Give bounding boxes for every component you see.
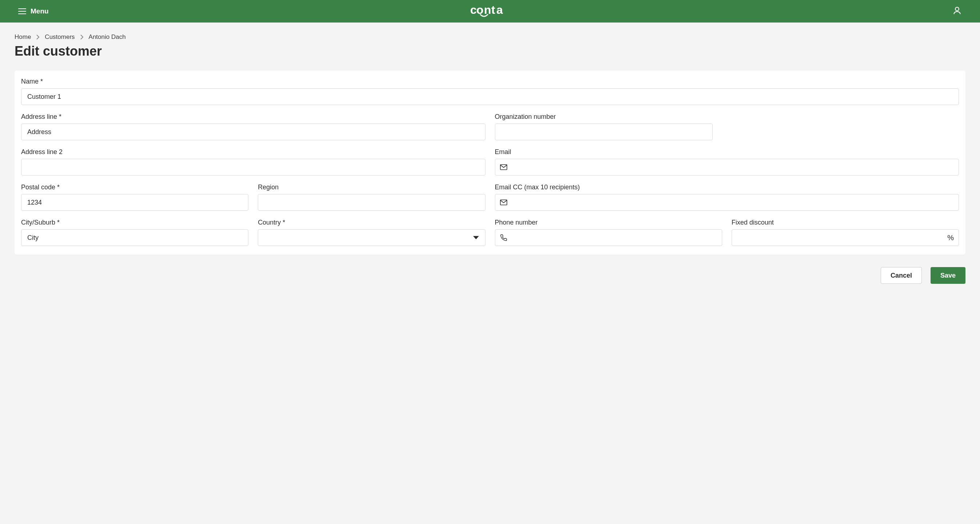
org-number-input[interactable]	[495, 124, 713, 140]
svg-text:t: t	[491, 4, 495, 16]
label-fixed-discount: Fixed discount	[732, 219, 959, 226]
phone-input[interactable]	[495, 229, 722, 246]
breadcrumb-customers[interactable]: Customers	[45, 33, 75, 41]
label-postal-code: Postal code *	[21, 184, 248, 191]
field-email: Email	[495, 148, 959, 176]
save-button[interactable]: Save	[931, 267, 966, 284]
field-postal-code: Postal code *	[21, 184, 248, 211]
label-address-line: Address line *	[21, 113, 485, 121]
address-line-input[interactable]	[21, 124, 485, 140]
label-region: Region	[258, 184, 485, 191]
field-fixed-discount: Fixed discount %	[732, 219, 959, 246]
email-cc-input[interactable]	[495, 194, 959, 211]
user-icon	[952, 6, 962, 15]
svg-point-5	[955, 7, 959, 11]
breadcrumb-current: Antonio Dach	[89, 33, 126, 41]
address-line-2-input[interactable]	[21, 159, 485, 176]
label-address-line-2: Address line 2	[21, 148, 485, 156]
page-title: Edit customer	[14, 44, 966, 59]
fixed-discount-input[interactable]	[732, 229, 959, 246]
page: Home Customers Antonio Dach Edit custome…	[0, 22, 980, 299]
city-input[interactable]	[21, 229, 248, 246]
region-input[interactable]	[258, 194, 485, 211]
breadcrumb: Home Customers Antonio Dach	[14, 33, 966, 41]
field-name: Name *	[21, 78, 959, 105]
country-select[interactable]	[258, 229, 485, 246]
hamburger-icon	[18, 8, 26, 14]
email-input[interactable]	[495, 159, 959, 176]
label-phone: Phone number	[495, 219, 722, 226]
menu-toggle[interactable]: Menu	[18, 7, 49, 15]
name-input[interactable]	[21, 88, 959, 105]
breadcrumb-home[interactable]: Home	[14, 33, 31, 41]
field-address-line: Address line *	[21, 113, 485, 140]
topbar: Menu c o n t a	[0, 0, 980, 22]
label-country: Country *	[258, 219, 485, 226]
cancel-button[interactable]: Cancel	[881, 267, 922, 284]
conta-logo-icon: c o n t a	[470, 4, 510, 18]
label-email-cc: Email CC (max 10 recipients)	[495, 184, 959, 191]
postal-code-input[interactable]	[21, 194, 248, 211]
menu-label: Menu	[30, 7, 49, 15]
field-city: City/Suburb *	[21, 219, 248, 246]
label-city: City/Suburb *	[21, 219, 248, 226]
field-phone: Phone number	[495, 219, 722, 246]
form-card: Name * Address line * Organization numbe…	[14, 70, 966, 255]
form-actions: Cancel Save	[14, 267, 966, 284]
svg-text:a: a	[496, 4, 503, 16]
field-org-number: Organization number	[495, 113, 713, 140]
label-email: Email	[495, 148, 959, 156]
chevron-right-icon	[80, 35, 84, 40]
brand-logo: c o n t a	[470, 4, 510, 18]
label-org-number: Organization number	[495, 113, 713, 121]
field-country: Country *	[258, 219, 485, 246]
field-email-cc: Email CC (max 10 recipients)	[495, 184, 959, 211]
field-address-line-2: Address line 2	[21, 148, 485, 176]
label-name: Name *	[21, 78, 959, 86]
field-region: Region	[258, 184, 485, 211]
profile-button[interactable]	[952, 6, 962, 17]
chevron-right-icon	[36, 35, 40, 40]
svg-text:c: c	[470, 4, 476, 16]
